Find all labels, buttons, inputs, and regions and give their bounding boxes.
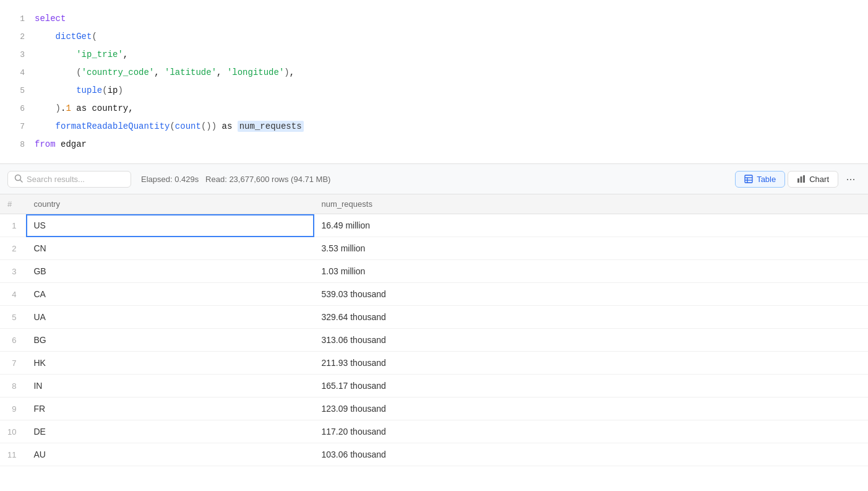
more-options-button[interactable]: ···: [841, 169, 861, 189]
number-1: 1: [66, 103, 71, 113]
svg-rect-7: [801, 176, 802, 183]
keyword-as-2: as: [222, 121, 233, 131]
cell-num-requests: 211.93 thousand: [314, 352, 869, 375]
cell-rownum: 10: [0, 420, 26, 443]
code-line-6: 6 ).1 as country,: [0, 100, 868, 118]
func-dictget: dictGet: [56, 32, 92, 41]
cell-country[interactable]: US: [26, 214, 314, 237]
line-number-6: 6: [5, 100, 25, 118]
cell-num-requests: 117.20 thousand: [314, 420, 869, 443]
cell-num-requests: 3.53 million: [314, 237, 869, 260]
table-row[interactable]: 10DE117.20 thousand: [0, 420, 868, 443]
table-row[interactable]: 1US16.49 million: [0, 214, 868, 237]
table-view-button[interactable]: Table: [735, 171, 785, 188]
table-row[interactable]: 3GB1.03 million: [0, 260, 868, 283]
string-latitude: 'latitude': [165, 67, 217, 77]
cell-num-requests: 16.49 million: [314, 214, 869, 237]
code-content-1: select: [35, 10, 863, 27]
func-tuple: tuple: [76, 85, 102, 95]
table-row[interactable]: 8IN165.17 thousand: [0, 375, 868, 398]
string-ip-trie: 'ip_trie': [76, 50, 123, 59]
table-row[interactable]: 2CN3.53 million: [0, 237, 868, 260]
func-count: count: [175, 121, 201, 131]
code-line-3: 3 'ip_trie',: [0, 46, 868, 64]
svg-line-1: [20, 180, 23, 182]
cell-num-requests: 103.06 thousand: [314, 443, 869, 466]
table-row[interactable]: 11AU103.06 thousand: [0, 443, 868, 466]
table-icon: [744, 175, 753, 183]
cell-rownum: 6: [0, 329, 26, 352]
cell-num-requests: 123.09 thousand: [314, 398, 869, 420]
keyword-as-1: as: [76, 103, 87, 113]
code-content-4: ('country_code', 'latitude', 'longitude'…: [35, 64, 863, 81]
func-formatreadablequantity: formatReadableQuantity: [56, 121, 170, 131]
col-header-num-requests: num_requests: [314, 194, 869, 214]
cell-country[interactable]: UA: [26, 306, 314, 329]
chart-view-button[interactable]: Chart: [788, 171, 838, 188]
code-line-7: 7 formatReadableQuantity(count()) as num…: [0, 118, 868, 136]
code-line-4: 4 ('country_code', 'latitude', 'longitud…: [0, 64, 868, 82]
cell-country[interactable]: HK: [26, 352, 314, 375]
table-header-row: # country num_requests: [0, 194, 868, 214]
code-content-3: 'ip_trie',: [35, 46, 863, 63]
line-number-5: 5: [5, 82, 25, 100]
cell-country[interactable]: BG: [26, 329, 314, 352]
line-number-8: 8: [5, 136, 25, 154]
col-header-rownum: #: [0, 194, 26, 214]
results-container: # country num_requests 1US16.49 million2…: [0, 194, 868, 466]
cell-rownum: 8: [0, 375, 26, 398]
results-table: # country num_requests 1US16.49 million2…: [0, 194, 868, 466]
table-row[interactable]: 6BG313.06 thousand: [0, 329, 868, 352]
cell-rownum: 5: [0, 306, 26, 329]
table-row[interactable]: 4CA539.03 thousand: [0, 283, 868, 306]
string-country-code: 'country_code': [82, 67, 155, 77]
line-number-7: 7: [5, 118, 25, 136]
cell-rownum: 2: [0, 237, 26, 260]
cell-country[interactable]: CA: [26, 283, 314, 306]
table-row[interactable]: 7HK211.93 thousand: [0, 352, 868, 375]
col-header-country: country: [26, 194, 314, 214]
code-editor[interactable]: 1 select 2 dictGet( 3 'ip_trie', 4 ('cou…: [0, 0, 868, 164]
cell-country[interactable]: FR: [26, 398, 314, 420]
cell-country[interactable]: GB: [26, 260, 314, 283]
table-row[interactable]: 5UA329.64 thousand: [0, 306, 868, 329]
cell-country[interactable]: IN: [26, 375, 314, 398]
code-line-8: 8 from edgar: [0, 136, 868, 154]
code-content-8: from edgar: [35, 136, 863, 153]
code-content-7: formatReadableQuantity(count()) as num_r…: [35, 118, 863, 135]
alias-num-requests: num_requests: [238, 121, 304, 132]
cell-rownum: 4: [0, 283, 26, 306]
keyword-from: from: [35, 139, 56, 149]
cell-num-requests: 313.06 thousand: [314, 329, 869, 352]
cell-rownum: 9: [0, 398, 26, 420]
keyword-select: select: [35, 14, 66, 24]
code-line-1: 1 select: [0, 10, 868, 28]
cell-country[interactable]: AU: [26, 443, 314, 466]
cell-rownum: 3: [0, 260, 26, 283]
search-input[interactable]: [27, 175, 124, 184]
string-longitude: 'longitude': [227, 67, 284, 77]
results-toolbar: Elapsed: 0.429s Read: 23,677,600 rows (9…: [0, 164, 868, 194]
view-toggle: Table Chart ···: [735, 169, 861, 189]
svg-rect-8: [803, 175, 805, 183]
svg-rect-6: [797, 178, 799, 183]
chart-icon: [797, 175, 806, 183]
cell-num-requests: 539.03 thousand: [314, 283, 869, 306]
cell-num-requests: 329.64 thousand: [314, 306, 869, 329]
cell-num-requests: 1.03 million: [314, 260, 869, 283]
line-number-3: 3: [5, 46, 25, 64]
cell-country[interactable]: DE: [26, 420, 314, 443]
cell-country[interactable]: CN: [26, 237, 314, 260]
line-number-1: 1: [5, 11, 25, 28]
table-row[interactable]: 9FR123.09 thousand: [0, 398, 868, 420]
code-line-5: 5 tuple(ip): [0, 82, 868, 100]
cell-num-requests: 165.17 thousand: [314, 375, 869, 398]
code-content-6: ).1 as country,: [35, 100, 863, 117]
elapsed-text: Elapsed: 0.429s Read: 23,677,600 rows (9…: [141, 175, 725, 184]
cell-rownum: 7: [0, 352, 26, 375]
svg-rect-2: [745, 175, 752, 183]
search-box[interactable]: [7, 171, 131, 188]
code-content-2: dictGet(: [35, 28, 863, 45]
cell-rownum: 11: [0, 443, 26, 466]
code-line-2: 2 dictGet(: [0, 28, 868, 46]
